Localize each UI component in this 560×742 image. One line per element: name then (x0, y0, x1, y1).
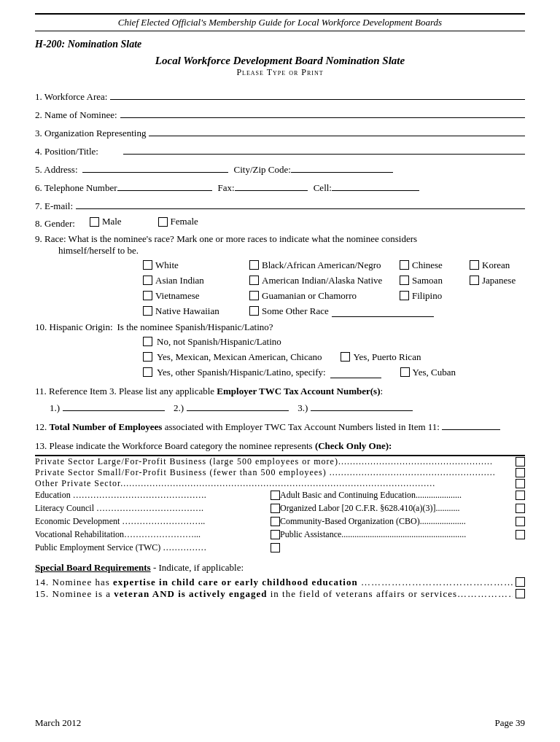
fax-label: Fax: (218, 182, 235, 194)
male-option: Male (90, 216, 122, 227)
male-checkbox[interactable] (90, 217, 99, 227)
item11-2-input[interactable] (187, 399, 289, 411)
race-other: Some Other Race (249, 305, 434, 317)
city-input[interactable] (291, 161, 393, 173)
email-label: 7. E-mail: (35, 200, 73, 212)
cat-row-large: Private Sector Large/For-Profit Business… (35, 456, 525, 467)
address-input[interactable] (82, 161, 228, 173)
name-input[interactable] (120, 106, 525, 118)
special-req-15-row: 15. Nominee is a veteran AND is actively… (35, 588, 525, 600)
cat-cbo-text: Community-Based Organization (CBO)......… (280, 516, 513, 527)
item11-label: 11. Reference Item 3. Please list any ap… (35, 386, 383, 397)
chinese-checkbox[interactable] (400, 260, 409, 270)
samoan-checkbox[interactable] (400, 276, 409, 285)
email-input[interactable] (76, 198, 525, 209)
hisp-cuban-checkbox[interactable] (400, 367, 410, 377)
hisp-mexican-checkbox[interactable] (143, 352, 152, 362)
address-row: 5. Address: City/Zip Code: (35, 161, 525, 176)
item11: 11. Reference Item 3. Please list any ap… (35, 386, 525, 414)
page: Chief Elected Official's Membership Guid… (0, 0, 560, 742)
item11-3-input[interactable] (311, 399, 413, 411)
filipino-checkbox[interactable] (400, 291, 409, 300)
other-race-checkbox[interactable] (249, 306, 259, 316)
item11-1-label: 1.) (50, 402, 60, 414)
hisp-other-input[interactable] (330, 367, 381, 378)
item13-label: 13. Please indicate the Workforce Board … (35, 440, 392, 451)
cat-education-checkbox[interactable] (271, 491, 280, 500)
tel-row: 6. Telephone Number Fax: Cell: (35, 179, 525, 194)
black-checkbox[interactable] (249, 260, 259, 270)
race-label-2: himself/herself to be. (58, 245, 525, 257)
special-req-15-text: 15. Nominee is a veteran AND is actively… (35, 588, 513, 600)
cat-small-text: Private Sector Small/For-Profit Business… (35, 467, 513, 478)
race-row-4: Native Hawaiian Some Other Race (143, 305, 525, 317)
cat-voc-text: Vocational Rehabilitation……………………... (35, 529, 268, 540)
special-req-title: Special Board Requirements (35, 562, 151, 573)
address-label: 5. Address: (35, 164, 78, 176)
hisp-pr-checkbox[interactable] (341, 352, 350, 362)
aian-checkbox[interactable] (249, 276, 259, 285)
cat-cbo-checkbox[interactable] (516, 517, 525, 526)
female-checkbox[interactable] (158, 217, 168, 227)
item12-input[interactable] (442, 418, 500, 430)
hispanic-question: Is the nominee Spanish/Hispanic/Latino? (117, 321, 273, 333)
japanese-label: Japanese (482, 275, 516, 286)
hisp-mexican-row: Yes, Mexican, Mexican American, Chicano … (143, 351, 525, 363)
special-req-14-checkbox[interactable] (516, 577, 525, 587)
cat-public-text: Public Assistance.......................… (280, 529, 513, 540)
position-label: 4. Position/Title: (35, 146, 98, 157)
special-req-heading: Special Board Requirements - Indicate, i… (35, 562, 525, 574)
hisp-other-checkbox[interactable] (143, 367, 152, 377)
korean-label: Korean (482, 259, 510, 271)
race-asian-indian: Asian Indian (143, 275, 245, 286)
special-req-14-row: 14. Nominee has expertise in child care … (35, 577, 525, 588)
position-input[interactable] (123, 143, 525, 155)
special-req-14-text: 14. Nominee has expertise in child care … (35, 577, 513, 588)
org-input[interactable] (149, 125, 525, 136)
cat-large-text: Private Sector Large/For-Profit Business… (35, 456, 513, 467)
cat-literacy-checkbox[interactable] (271, 504, 280, 513)
cat-twc-checkbox[interactable] (271, 543, 280, 552)
cat-public-checkbox[interactable] (516, 530, 525, 539)
hisp-cuban: Yes, Cuban (400, 367, 456, 378)
korean-checkbox[interactable] (470, 260, 479, 270)
hisp-no-checkbox[interactable] (143, 337, 152, 346)
workforce-area-row: 1. Workforce Area: (35, 88, 525, 103)
cat-adult-checkbox[interactable] (516, 491, 525, 500)
cat-row-small: Private Sector Small/For-Profit Business… (35, 467, 525, 478)
sr14-bold: expertise in child care or early childho… (113, 577, 358, 587)
cat-right-col: Adult Basic and Continuing Education....… (280, 489, 525, 555)
fax-input[interactable] (235, 179, 308, 191)
name-row: 2. Name of Nominee: (35, 106, 525, 121)
vietnamese-checkbox[interactable] (143, 291, 152, 300)
other-race-input[interactable] (332, 305, 434, 317)
native-hawaiian-checkbox[interactable] (143, 306, 152, 316)
item11-1-input[interactable] (63, 399, 165, 411)
item11-fields: 1.) 2.) 3.) (50, 399, 525, 414)
cat-econ-row: Economic Development ……………………….. (35, 515, 280, 528)
workforce-area-input[interactable] (110, 88, 525, 100)
cat-twc-row: Public Employment Service (TWC) …………… (35, 542, 280, 555)
cat-labor-checkbox[interactable] (516, 504, 525, 513)
tel-input[interactable] (117, 179, 212, 191)
japanese-checkbox[interactable] (470, 276, 479, 285)
cat-small-checkbox[interactable] (516, 468, 525, 477)
cell-input[interactable] (332, 179, 419, 191)
cat-other-private-checkbox[interactable] (516, 479, 525, 488)
footer-date: March 2012 (35, 717, 81, 729)
cat-literacy-row: Literacy Council ………………………………. (35, 502, 280, 515)
cat-voc-checkbox[interactable] (271, 530, 280, 539)
guamanian-checkbox[interactable] (249, 291, 259, 300)
item13-label-row: 13. Please indicate the Workforce Board … (35, 440, 525, 452)
white-checkbox[interactable] (143, 260, 152, 270)
race-row-3: Vietnamese Guamanian or Chamorro Filipin… (143, 290, 525, 302)
item12: 12. Total Number of Employees associated… (35, 418, 525, 433)
white-label: White (155, 259, 179, 271)
race-filipino: Filipino (400, 290, 465, 302)
race-row-1: White Black/African American/Negro Chine… (143, 259, 525, 271)
item11-bold: Employer TWC Tax Account Number(s) (217, 386, 380, 397)
cat-large-checkbox[interactable] (516, 457, 525, 466)
asian-indian-checkbox[interactable] (143, 276, 152, 285)
special-req-15-checkbox[interactable] (516, 589, 525, 598)
cat-econ-checkbox[interactable] (271, 517, 280, 526)
